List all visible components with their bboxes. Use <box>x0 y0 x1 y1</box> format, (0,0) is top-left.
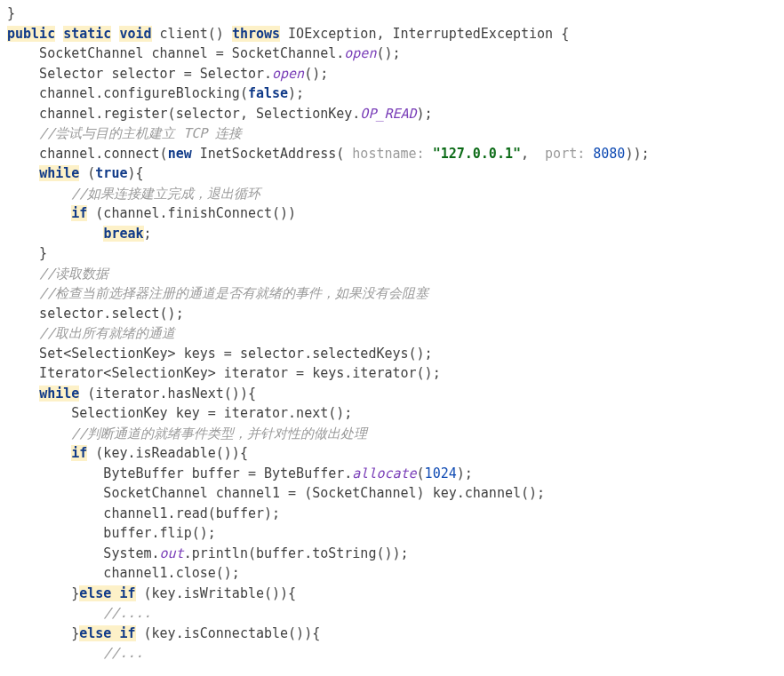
code-line: } <box>7 245 47 261</box>
token-khl: if <box>71 445 87 461</box>
code-line: ByteBuffer buffer = ByteBuffer.allocate(… <box>7 465 473 481</box>
code-line: channel.register(selector, SelectionKey.… <box>7 106 433 122</box>
code-line: System.out.println(buffer.toString()); <box>7 545 409 561</box>
token-n: 8080 <box>593 146 625 162</box>
token-fi: allocate <box>352 465 416 481</box>
code-line: buffer.flip(); <box>7 525 216 541</box>
token-com: //检查当前选择器注册的通道是否有就绪的事件，如果没有会阻塞 <box>39 285 428 301</box>
token-param: hostname: <box>352 146 424 162</box>
code-line: //读取数据 <box>7 266 108 282</box>
code-line: //尝试与目的主机建立 TCP 连接 <box>7 125 242 141</box>
token-khl: if <box>71 205 87 221</box>
token-khl: while <box>39 386 79 402</box>
token-com: //尝试与目的主机建立 TCP 连接 <box>39 125 242 141</box>
token-khl: static <box>63 26 111 42</box>
code-line: //如果连接建立完成，退出循环 <box>7 186 260 202</box>
code-line: SocketChannel channel = SocketChannel.op… <box>7 45 401 61</box>
token-khl: void <box>119 26 151 42</box>
code-editor[interactable]: } public static void client() throws IOE… <box>0 0 784 671</box>
token-k: false <box>248 85 288 101</box>
token-khl: break <box>103 226 143 242</box>
token-khl: else if <box>79 625 135 641</box>
code-line: channel1.read(buffer); <box>7 505 280 521</box>
token-com: //如果连接建立完成，退出循环 <box>71 186 260 202</box>
code-line: Selector selector = Selector.open(); <box>7 66 328 82</box>
token-fi: open <box>272 66 304 82</box>
token-khl: public <box>7 26 55 42</box>
code-line: SocketChannel channel1 = (SocketChannel)… <box>7 485 545 501</box>
code-line: if (channel.finishConnect()) <box>7 205 296 221</box>
code-line: //.... <box>7 605 152 621</box>
code-line: if (key.isReadable()){ <box>7 445 248 461</box>
code-line: //... <box>7 645 144 661</box>
code-line: while (true){ <box>7 165 144 181</box>
token-n: 1024 <box>425 465 457 481</box>
code-line: }else if (key.isWritable()){ <box>7 585 296 601</box>
code-line: SelectionKey key = iterator.next(); <box>7 405 352 421</box>
code-line: channel.connect(new InetSocketAddress( h… <box>7 146 650 162</box>
code-line: //检查当前选择器注册的通道是否有就绪的事件，如果没有会阻塞 <box>7 285 428 301</box>
token-param: port: <box>545 146 585 162</box>
token-khl: else if <box>79 585 135 601</box>
code-line: //判断通道的就绪事件类型，并针对性的做出处理 <box>7 425 367 441</box>
code-line: break; <box>7 226 152 242</box>
token-com: //判断通道的就绪事件类型，并针对性的做出处理 <box>71 425 367 441</box>
token-k: new <box>168 146 192 162</box>
code-line: channel.configureBlocking(false); <box>7 85 304 101</box>
token-khl: while <box>39 165 79 181</box>
code-line: while (iterator.hasNext()){ <box>7 386 256 402</box>
token-fi: open <box>344 45 376 61</box>
token-com: //.... <box>103 605 151 621</box>
token-com: //取出所有就绪的通道 <box>39 325 175 341</box>
code-line: Set<SelectionKey> keys = selector.select… <box>7 346 433 362</box>
token-c: out <box>160 545 184 561</box>
code-line: Iterator<SelectionKey> iterator = keys.i… <box>7 365 441 381</box>
code-line: }else if (key.isConnectable()){ <box>7 625 320 641</box>
code-content: } public static void client() throws IOE… <box>7 5 650 661</box>
code-line: selector.select(); <box>7 306 184 322</box>
code-line: public static void client() throws IOExc… <box>7 26 569 42</box>
token-c: OP_READ <box>360 106 416 122</box>
token-s: "127.0.0.1" <box>433 146 521 162</box>
code-line: //取出所有就绪的通道 <box>7 325 175 341</box>
code-line: } <box>7 5 15 21</box>
token-com: //读取数据 <box>39 266 108 282</box>
token-k: true <box>95 165 127 181</box>
token-khl: throws <box>232 26 280 42</box>
code-line: channel1.close(); <box>7 565 240 581</box>
token-com: //... <box>103 645 143 661</box>
